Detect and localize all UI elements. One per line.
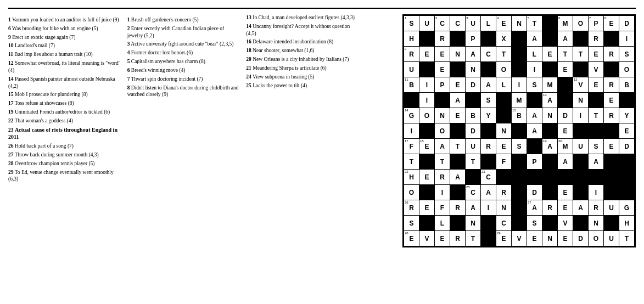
- grid-cell[interactable]: N: [435, 108, 450, 123]
- grid-cell[interactable]: [542, 16, 558, 31]
- grid-cell[interactable]: T: [466, 231, 481, 246]
- grid-cell[interactable]: O: [573, 16, 589, 31]
- grid-cell[interactable]: N: [466, 62, 481, 77]
- grid-cell[interactable]: D: [527, 185, 542, 200]
- grid-cell[interactable]: L: [481, 16, 496, 31]
- grid-cell[interactable]: R: [450, 200, 466, 216]
- grid-cell[interactable]: E: [589, 77, 604, 93]
- grid-cell[interactable]: M: [542, 77, 558, 93]
- grid-cell[interactable]: [512, 216, 527, 231]
- grid-cell[interactable]: 23C: [481, 170, 496, 185]
- grid-cell[interactable]: H: [619, 216, 635, 231]
- grid-cell[interactable]: [419, 185, 435, 200]
- grid-cell[interactable]: [512, 154, 527, 170]
- grid-cell[interactable]: 8E: [604, 16, 619, 31]
- grid-cell[interactable]: [558, 93, 573, 108]
- grid-cell[interactable]: R: [604, 47, 619, 62]
- grid-cell[interactable]: R: [542, 200, 558, 216]
- grid-cell[interactable]: P: [435, 77, 450, 93]
- grid-cell[interactable]: O: [619, 62, 635, 77]
- grid-cell[interactable]: P: [466, 31, 481, 47]
- grid-cell[interactable]: [450, 62, 466, 77]
- grid-cell[interactable]: [419, 62, 435, 77]
- grid-cell[interactable]: [573, 123, 589, 139]
- grid-cell[interactable]: T: [466, 154, 481, 170]
- grid-cell[interactable]: E: [450, 108, 466, 123]
- grid-cell[interactable]: [558, 77, 573, 93]
- grid-cell[interactable]: E: [604, 93, 619, 108]
- grid-cell[interactable]: [481, 62, 496, 77]
- grid-cell[interactable]: Y: [481, 108, 496, 123]
- grid-cell[interactable]: E: [558, 123, 573, 139]
- grid-cell[interactable]: N: [542, 231, 558, 246]
- grid-cell[interactable]: [450, 154, 466, 170]
- grid-cell[interactable]: B: [619, 77, 635, 93]
- grid-cell[interactable]: [527, 93, 542, 108]
- grid-cell[interactable]: [542, 123, 558, 139]
- grid-cell[interactable]: A: [450, 93, 466, 108]
- grid-cell[interactable]: [512, 31, 527, 47]
- grid-cell[interactable]: [604, 154, 619, 170]
- grid-cell[interactable]: E: [619, 123, 635, 139]
- grid-cell[interactable]: V: [419, 231, 435, 246]
- grid-cell[interactable]: I: [404, 123, 419, 139]
- grid-cell[interactable]: [450, 123, 466, 139]
- grid-cell[interactable]: [435, 93, 450, 108]
- grid-cell[interactable]: U: [604, 200, 619, 216]
- grid-cell[interactable]: 3U: [466, 16, 481, 31]
- grid-cell[interactable]: G: [619, 200, 635, 216]
- grid-cell[interactable]: 2C: [435, 16, 450, 31]
- grid-cell[interactable]: [573, 154, 589, 170]
- grid-cell[interactable]: H: [404, 31, 419, 47]
- grid-cell[interactable]: [604, 62, 619, 77]
- grid-cell[interactable]: 18E: [419, 139, 435, 154]
- grid-cell[interactable]: I: [619, 31, 635, 47]
- grid-cell[interactable]: [527, 139, 542, 154]
- grid-cell[interactable]: N: [542, 108, 558, 123]
- grid-cell[interactable]: B: [466, 108, 481, 123]
- grid-cell[interactable]: T: [496, 47, 512, 62]
- grid-cell[interactable]: A: [481, 77, 496, 93]
- grid-cell[interactable]: E: [542, 47, 558, 62]
- grid-cell[interactable]: 6M: [558, 16, 573, 31]
- grid-cell[interactable]: 12V: [573, 77, 589, 93]
- grid-cell[interactable]: [496, 108, 512, 123]
- grid-cell[interactable]: 26R: [404, 200, 419, 216]
- grid-cell[interactable]: 9R: [404, 47, 419, 62]
- grid-cell[interactable]: E: [558, 200, 573, 216]
- grid-cell[interactable]: Y: [619, 108, 635, 123]
- grid-cell[interactable]: [542, 31, 558, 47]
- grid-cell[interactable]: E: [435, 47, 450, 62]
- grid-cell[interactable]: O: [404, 185, 419, 200]
- grid-cell[interactable]: 28E: [404, 231, 419, 246]
- grid-cell[interactable]: A: [450, 170, 466, 185]
- grid-cell[interactable]: [573, 185, 589, 200]
- grid-cell[interactable]: A: [466, 47, 481, 62]
- grid-cell[interactable]: D: [466, 77, 481, 93]
- grid-cell[interactable]: [619, 93, 635, 108]
- grid-cell[interactable]: 19A: [542, 139, 558, 154]
- grid-cell[interactable]: [466, 170, 481, 185]
- grid-cell[interactable]: A: [481, 185, 496, 200]
- grid-cell[interactable]: E: [527, 231, 542, 246]
- grid-cell[interactable]: R: [435, 170, 450, 185]
- grid-cell[interactable]: S: [619, 47, 635, 62]
- grid-cell[interactable]: A: [589, 154, 604, 170]
- grid-cell[interactable]: [542, 154, 558, 170]
- grid-cell[interactable]: N: [589, 216, 604, 231]
- grid-cell[interactable]: M: [512, 93, 527, 108]
- grid-cell[interactable]: [604, 31, 619, 47]
- grid-cell[interactable]: L: [527, 47, 542, 62]
- grid-cell[interactable]: [419, 216, 435, 231]
- grid-cell[interactable]: [619, 170, 635, 185]
- grid-cell[interactable]: [512, 123, 527, 139]
- grid-cell[interactable]: C: [481, 47, 496, 62]
- grid-cell[interactable]: 27A: [527, 200, 542, 216]
- grid-cell[interactable]: E: [419, 170, 435, 185]
- grid-cell[interactable]: 1S: [404, 16, 419, 31]
- grid-cell[interactable]: R: [496, 185, 512, 200]
- grid-cell[interactable]: [573, 62, 589, 77]
- grid-cell[interactable]: 15B: [512, 108, 527, 123]
- grid-cell[interactable]: T: [589, 108, 604, 123]
- grid-cell[interactable]: U: [604, 231, 619, 246]
